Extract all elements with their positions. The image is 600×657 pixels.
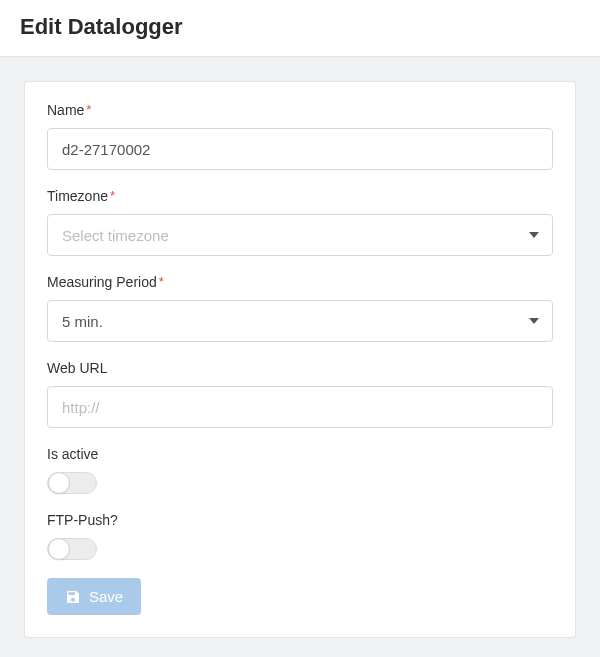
timezone-select-value: Select timezone <box>62 227 169 244</box>
required-mark: * <box>159 274 164 289</box>
field-ftp-push: FTP-Push? <box>47 512 553 560</box>
save-icon <box>65 589 81 605</box>
name-label: Name* <box>47 102 553 118</box>
measuring-period-select[interactable]: 5 min. <box>47 300 553 342</box>
field-timezone: Timezone* Select timezone <box>47 188 553 256</box>
save-button[interactable]: Save <box>47 578 141 615</box>
web-url-label-text: Web URL <box>47 360 107 376</box>
web-url-label: Web URL <box>47 360 553 376</box>
field-measuring-period: Measuring Period* 5 min. <box>47 274 553 342</box>
page-title: Edit Datalogger <box>20 14 580 40</box>
field-is-active: Is active <box>47 446 553 494</box>
required-mark: * <box>86 102 91 117</box>
is-active-label: Is active <box>47 446 553 462</box>
timezone-label: Timezone* <box>47 188 553 204</box>
web-url-input[interactable] <box>47 386 553 428</box>
measuring-period-label-text: Measuring Period <box>47 274 157 290</box>
timezone-label-text: Timezone <box>47 188 108 204</box>
measuring-period-select-wrap: 5 min. <box>47 300 553 342</box>
name-input[interactable] <box>47 128 553 170</box>
timezone-select[interactable]: Select timezone <box>47 214 553 256</box>
field-name: Name* <box>47 102 553 170</box>
name-label-text: Name <box>47 102 84 118</box>
required-mark: * <box>110 188 115 203</box>
field-web-url: Web URL <box>47 360 553 428</box>
page-header: Edit Datalogger <box>0 0 600 57</box>
is-active-toggle[interactable] <box>47 472 97 494</box>
timezone-select-wrap: Select timezone <box>47 214 553 256</box>
toggle-knob <box>48 538 70 560</box>
ftp-push-toggle[interactable] <box>47 538 97 560</box>
content-area: Name* Timezone* Select timezone Measurin… <box>0 57 600 657</box>
measuring-period-label: Measuring Period* <box>47 274 553 290</box>
toggle-knob <box>48 472 70 494</box>
save-button-label: Save <box>89 588 123 605</box>
measuring-period-select-value: 5 min. <box>62 313 103 330</box>
form-card: Name* Timezone* Select timezone Measurin… <box>24 81 576 638</box>
ftp-push-label: FTP-Push? <box>47 512 553 528</box>
